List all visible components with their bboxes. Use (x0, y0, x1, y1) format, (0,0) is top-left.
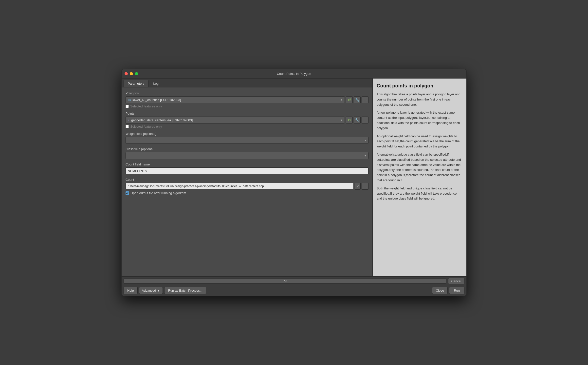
polygons-row: ▭ lower_48_counties [ESRI:102003] ▼ ↺ 🔧 … (126, 96, 368, 103)
points-label: Points (126, 112, 368, 115)
refresh-icon-points: ↺ (348, 118, 351, 122)
polygons-select[interactable]: ▭ lower_48_counties [ESRI:102003] ▼ (126, 96, 345, 103)
polygons-selected-label: Selected features only (130, 104, 162, 108)
open-after-run-label: Open output file after running algorithm (130, 191, 186, 195)
clear-icon: ✕ (356, 184, 359, 188)
points-settings-button[interactable]: 🔧 (354, 117, 361, 123)
class-field-group: Class field [optional] (126, 147, 368, 159)
points-group: Points ✦ geocoded_data_centers_ea [ESRI:… (126, 112, 368, 128)
polygons-group: Polygons ▭ lower_48_counties [ESRI:10200… (126, 91, 368, 108)
class-field-wrapper (126, 152, 368, 159)
weight-field-group: Weight field [optional] (126, 132, 368, 144)
wrench-icon: 🔧 (355, 98, 359, 102)
class-field-label: Class field [optional] (126, 147, 368, 151)
close-window-button[interactable] (125, 72, 128, 75)
content-area: Parameters Log Polygons ▭ lower_48_count… (122, 79, 466, 276)
polygons-label: Polygons (126, 91, 368, 95)
open-after-run-checkbox[interactable] (126, 191, 129, 195)
points-selected-only-row: Selected features only (126, 125, 368, 128)
action-left-buttons: Help Advanced ▼ Run as Batch Process... (124, 287, 206, 294)
count-output-input[interactable]: /Users/marioag/Documents/GitHub/design-p… (126, 183, 354, 190)
run-button[interactable]: Run (449, 287, 464, 294)
help-paragraph-2: A new polygons layer is generated,with t… (377, 110, 462, 131)
count-output-browse-button[interactable]: … (362, 183, 368, 190)
parameters-panel: Polygons ▭ lower_48_counties [ESRI:10200… (122, 87, 372, 276)
maximize-window-button[interactable] (135, 72, 138, 75)
advanced-arrow-icon: ▼ (157, 289, 160, 292)
tab-parameters[interactable]: Parameters (124, 80, 148, 87)
points-selected-checkbox[interactable] (126, 125, 129, 128)
weight-field-select[interactable] (126, 137, 368, 144)
main-window: Count Points in Polygon Parameters Log P… (121, 69, 467, 296)
minimize-window-button[interactable] (130, 72, 133, 75)
advanced-label: Advanced (142, 289, 156, 292)
tab-bar: Parameters Log (122, 79, 372, 87)
open-after-run-row: Open output file after running algorithm (126, 191, 368, 195)
left-panel: Parameters Log Polygons ▭ lower_48_count… (122, 79, 373, 276)
ellipsis-icon-points: … (363, 118, 367, 122)
close-dialog-button[interactable]: Close (432, 287, 448, 294)
count-output-label: Count (126, 178, 368, 182)
advanced-button[interactable]: Advanced ▼ (139, 287, 163, 294)
browse-icon: … (363, 184, 367, 188)
points-selected-label: Selected features only (130, 125, 162, 128)
help-panel: Count points in polygon This algorithm t… (373, 79, 466, 276)
help-button[interactable]: Help (124, 287, 138, 294)
points-value: geocoded_data_centers_ea [ESRI:102003] (131, 118, 340, 122)
titlebar-buttons (125, 72, 138, 75)
points-refresh-button[interactable]: ↺ (346, 117, 353, 123)
action-right-buttons: Close Run (432, 287, 464, 294)
count-output-row: /Users/marioag/Documents/GitHub/design-p… (126, 183, 368, 190)
polygons-selected-checkbox[interactable] (126, 105, 129, 108)
help-paragraph-1: This algorithm takes a points layer and … (377, 92, 462, 107)
polygons-selected-only-row: Selected features only (126, 104, 368, 108)
polygons-browse-button[interactable]: … (362, 96, 368, 103)
help-title: Count points in polygon (377, 82, 462, 89)
class-field-select[interactable] (126, 152, 368, 159)
point-layer-icon: ✦ (128, 119, 130, 122)
window-title: Count Points in Polygon (277, 72, 311, 76)
count-field-name-input[interactable]: NUMPOINTS (126, 167, 368, 174)
points-browse-button[interactable]: … (362, 117, 368, 123)
count-output-clear-button[interactable]: ✕ (355, 183, 361, 190)
points-row: ✦ geocoded_data_centers_ea [ESRI:102003]… (126, 117, 368, 123)
points-dropdown-arrow: ▼ (340, 119, 343, 122)
points-select[interactable]: ✦ geocoded_data_centers_ea [ESRI:102003]… (126, 117, 345, 123)
polygons-value: lower_48_counties [ESRI:102003] (132, 98, 340, 102)
action-buttons: Help Advanced ▼ Run as Batch Process... … (122, 285, 466, 296)
cancel-button[interactable]: Cancel (448, 278, 464, 284)
weight-field-wrapper (126, 137, 368, 144)
help-paragraph-4: Alternatively,a unique class field can b… (377, 152, 462, 183)
help-paragraph-3: An optional weight field can be used to … (377, 134, 462, 149)
polygons-dropdown-arrow: ▼ (340, 99, 343, 101)
count-field-name-label: Count field name (126, 162, 368, 166)
polygon-layer-icon: ▭ (128, 98, 131, 102)
polygons-settings-button[interactable]: 🔧 (354, 96, 361, 103)
weight-field-label: Weight field [optional] (126, 132, 368, 136)
run-as-batch-button[interactable]: Run as Batch Process... (164, 287, 206, 294)
count-field-name-group: Count field name NUMPOINTS (126, 162, 368, 174)
help-paragraph-5: Both the weight field and unique class f… (377, 186, 462, 201)
progress-bar-area: 0% Cancel (122, 277, 466, 285)
tab-log[interactable]: Log (149, 80, 163, 87)
wrench-icon-points: 🔧 (355, 118, 359, 122)
bottom-bar: 0% Cancel Help Advanced ▼ Run as Batch P… (122, 276, 466, 296)
count-output-group: Count /Users/marioag/Documents/GitHub/de… (126, 178, 368, 195)
progress-text: 0% (283, 279, 287, 283)
progress-bar-container: 0% (124, 279, 446, 284)
titlebar: Count Points in Polygon (122, 69, 466, 79)
ellipsis-icon: … (363, 98, 367, 102)
polygons-refresh-button[interactable]: ↺ (346, 96, 353, 103)
refresh-icon: ↺ (348, 98, 351, 102)
